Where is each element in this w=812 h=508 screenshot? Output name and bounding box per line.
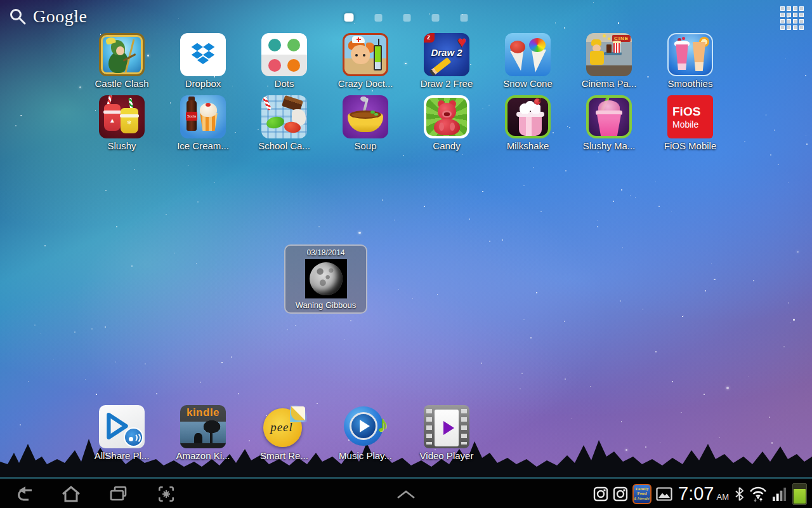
google-search-widget[interactable]: Google (9, 6, 87, 27)
app-kindle[interactable]: kindle Amazon Ki... (162, 405, 244, 461)
search-icon (9, 8, 27, 25)
instagram-icon[interactable] (593, 486, 608, 502)
moon-disc (310, 262, 343, 295)
app-fios-mobile[interactable]: FiOS Mobile FiOS Mobile (650, 95, 731, 151)
pager-dot[interactable] (403, 14, 411, 22)
app-school-candy[interactable]: School Ca... (244, 95, 325, 151)
peel-icon: peel (261, 405, 307, 448)
app-dots[interactable]: Dots (244, 33, 325, 89)
wifi-icon (749, 485, 768, 502)
app-castle-clash[interactable]: Castle Clash (81, 33, 162, 89)
app-music-player[interactable]: ♪ Music Play... (325, 405, 406, 461)
school-candy-icon (261, 95, 307, 138)
app-smoothies[interactable]: Smoothies (650, 33, 731, 89)
app-soup[interactable]: Soup (325, 95, 406, 151)
gallery-icon[interactable] (656, 487, 672, 501)
app-crazy-doctor[interactable]: Crazy Doct... (325, 33, 406, 89)
chevron-up-icon (395, 488, 417, 500)
app-slushy-maker[interactable]: Slushy Ma... (568, 95, 650, 151)
google-logo: Google (33, 6, 87, 27)
app-ice-cream[interactable]: Soda Ice Cream... (162, 95, 244, 151)
fios-mobile-icon: FiOS Mobile (667, 95, 713, 138)
home-app-grid: Castle Clash Dropbox Dots Crazy Doct... … (81, 33, 731, 151)
moon-phase-widget[interactable]: 03/18/2014 Waning Gibbous (284, 244, 367, 314)
app-slushy[interactable]: ▲ ❄ Slushy (81, 95, 162, 151)
moon-image (305, 259, 347, 298)
dropbox-icon (180, 33, 226, 76)
draw-2-free-icon: z ♥ Draw 2 (424, 33, 469, 76)
slushy-maker-icon (586, 95, 632, 138)
candy-icon (424, 95, 469, 138)
soup-icon (343, 95, 388, 138)
app-candy[interactable]: Candy (406, 95, 487, 151)
family-feud-icon[interactable]: Family Feud & friends! (632, 484, 652, 504)
castle-clash-icon (99, 33, 145, 76)
clock[interactable]: 7:07 AM (678, 483, 729, 504)
milkshake-icon (505, 95, 551, 138)
app-draw-2-free[interactable]: z ♥ Draw 2 Draw 2 Free (406, 33, 487, 89)
slushy-icon: ▲ ❄ (99, 95, 145, 138)
clock-meridiem: AM (717, 492, 730, 502)
kindle-icon: kindle (180, 405, 226, 448)
navigation-bar: Family Feud & friends! 7:07 AM (0, 479, 812, 508)
recent-apps-button[interactable] (107, 483, 130, 505)
moon-phase-label: Waning Gibbous (296, 300, 357, 310)
back-icon (15, 485, 36, 504)
dock-handle-button[interactable] (395, 483, 417, 505)
signal-strength-icon (772, 486, 788, 502)
snow-cone-icon (505, 33, 551, 76)
status-cluster: Family Feud & friends! 7:07 AM (593, 479, 807, 508)
pager-dot[interactable] (432, 14, 440, 22)
screen-capture-icon (157, 485, 176, 504)
recent-apps-icon (108, 485, 129, 504)
smoothies-icon (667, 33, 713, 76)
screen-capture-button[interactable] (155, 483, 178, 505)
video-player-icon (424, 405, 469, 448)
home-button[interactable] (60, 483, 82, 505)
pager-dot[interactable] (344, 13, 354, 22)
dots-icon (261, 33, 307, 76)
dock-app-grid: AllShare Pl... kindle Amazon Ki... peel … (81, 405, 487, 461)
back-button[interactable] (14, 483, 37, 505)
app-dropbox[interactable]: Dropbox (162, 33, 244, 89)
app-peel[interactable]: peel Smart Re... (244, 405, 325, 461)
battery-icon (792, 483, 807, 505)
cinema-panic-icon: CINE (586, 33, 632, 76)
allshare-icon (99, 405, 145, 448)
pager-dot[interactable] (461, 14, 468, 22)
clock-time: 7:07 (678, 483, 714, 504)
battery-fill (794, 489, 806, 503)
instagram-icon[interactable] (613, 486, 628, 502)
app-allshare[interactable]: AllShare Pl... (81, 405, 162, 461)
app-cinema-panic[interactable]: CINE Cinema Pa... (568, 33, 650, 89)
app-milkshake[interactable]: Milkshake (487, 95, 568, 151)
home-icon (61, 485, 81, 504)
moon-date: 03/18/2014 (306, 248, 344, 257)
app-snow-cone[interactable]: Snow Cone (487, 33, 568, 89)
pager-dot[interactable] (375, 14, 383, 22)
crazy-doctor-icon (343, 33, 388, 76)
music-player-icon: ♪ (343, 405, 388, 448)
ice-cream-icon: Soda (180, 95, 226, 138)
app-video-player[interactable]: Video Player (406, 405, 487, 461)
home-page-indicator (344, 13, 468, 22)
apps-grid-button[interactable] (780, 6, 804, 30)
bluetooth-icon (735, 486, 744, 502)
